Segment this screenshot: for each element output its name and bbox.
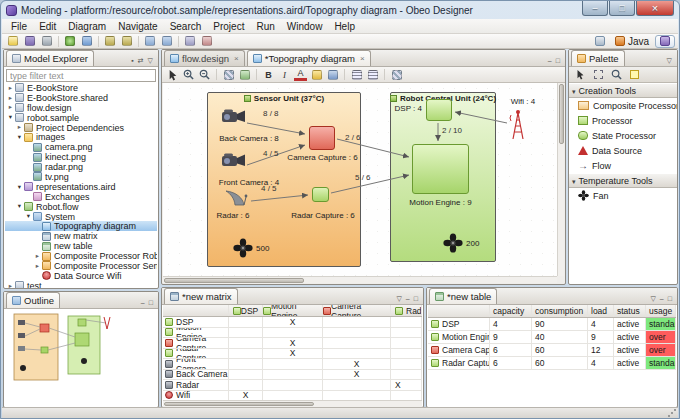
table-cell[interactable]: 4: [588, 318, 614, 330]
tab-model-explorer[interactable]: Model Explorer: [6, 50, 94, 66]
matrix-cell[interactable]: [323, 328, 391, 338]
tree-item[interactable]: representations.aird: [5, 182, 157, 192]
wifi-antenna-node[interactable]: [509, 109, 527, 145]
table-cell-usage[interactable]: over: [646, 331, 676, 343]
back-camera-node[interactable]: [221, 107, 247, 129]
expander-icon[interactable]: [33, 263, 42, 270]
maximize-view-icon[interactable]: [149, 299, 153, 306]
minimize-view-icon[interactable]: [141, 299, 145, 306]
tree-item[interactable]: test: [5, 281, 157, 288]
matrix-cell[interactable]: X: [229, 391, 263, 401]
palette-drawer-temperature-tools[interactable]: Temperature Tools: [569, 173, 677, 188]
menu-diagram[interactable]: Diagram: [62, 21, 112, 32]
matrix-cell[interactable]: [229, 328, 263, 338]
editor-horizontal-scrollbar[interactable]: [163, 276, 557, 283]
table-row-header[interactable]: Camera Capture: [428, 344, 490, 356]
expander-icon[interactable]: [24, 213, 33, 220]
export-image-icon[interactable]: [238, 68, 251, 81]
table-cell[interactable]: 40: [532, 331, 588, 343]
matrix-cell[interactable]: [323, 338, 391, 348]
matrix-cell[interactable]: X: [323, 359, 391, 369]
outline-thumbnail[interactable]: [4, 309, 158, 408]
sensor-unit-fan[interactable]: [233, 238, 253, 262]
close-tab-icon[interactable]: [360, 54, 365, 63]
expander-icon[interactable]: [6, 114, 15, 121]
matrix-cell[interactable]: [229, 370, 263, 380]
tab-topography-diagram[interactable]: *Topography diagram: [247, 50, 371, 66]
search-icon[interactable]: [182, 35, 198, 48]
matrix-horizontal-scrollbar[interactable]: [163, 400, 422, 407]
font-color-button[interactable]: [294, 69, 307, 81]
filter-input[interactable]: [6, 69, 156, 82]
menu-search[interactable]: Search: [164, 21, 208, 32]
matrix-cell[interactable]: X: [263, 349, 323, 359]
tab-palette[interactable]: Palette: [571, 50, 625, 66]
table-cell-usage[interactable]: over: [646, 344, 676, 356]
redo-icon[interactable]: [119, 35, 135, 48]
new-wizard-icon[interactable]: [5, 35, 21, 48]
column-header-usage[interactable]: usage: [646, 305, 676, 317]
view-menu-icon[interactable]: [148, 57, 153, 64]
minimize-view-icon[interactable]: [660, 295, 664, 302]
undo-icon[interactable]: [102, 35, 118, 48]
table-cell[interactable]: active: [614, 357, 646, 369]
tree-item[interactable]: E-BookStore.shared: [5, 93, 157, 103]
table-cell-usage[interactable]: standard: [646, 357, 676, 369]
scrollbar-thumb[interactable]: [164, 278, 304, 283]
matrix-cell[interactable]: [263, 370, 323, 380]
matrix-cell[interactable]: [391, 391, 422, 401]
tree-item[interactable]: Composite Processor Sensor Unit: [5, 261, 157, 271]
tab-new-table[interactable]: *new table: [429, 288, 497, 304]
tree-item[interactable]: flow.design: [5, 103, 157, 113]
table-row-header[interactable]: Radar Capture: [428, 357, 490, 369]
tree-item[interactable]: Composite Processor Robot Central Unit: [5, 251, 157, 261]
menu-project[interactable]: Project: [207, 21, 250, 32]
matrix-cell[interactable]: [263, 380, 323, 390]
arrange-all-icon[interactable]: [390, 68, 403, 81]
matrix-cell[interactable]: [229, 359, 263, 369]
minimize-view-icon[interactable]: [406, 295, 410, 302]
matrix-column-header[interactable]: Radar: [391, 305, 422, 316]
collapse-all-icon[interactable]: [131, 57, 133, 64]
matrix-row-header[interactable]: Wifi: [163, 391, 229, 401]
view-menu-icon[interactable]: [650, 295, 655, 302]
tree-item[interactable]: images: [5, 132, 157, 142]
tree-item[interactable]: Data Source Wifi: [5, 271, 157, 281]
table-cell-usage[interactable]: standard: [646, 318, 676, 330]
print-icon[interactable]: [39, 35, 55, 48]
view-menu-icon[interactable]: [396, 295, 401, 302]
robot-unit-fan[interactable]: [443, 233, 463, 257]
italic-button[interactable]: [278, 68, 291, 81]
fill-color-button[interactable]: [310, 68, 323, 81]
table-cell[interactable]: 60: [532, 344, 588, 356]
palette-item-composite-processor[interactable]: Composite Processor: [569, 98, 677, 113]
matrix-column-header[interactable]: Camera Capture: [323, 305, 391, 316]
select-tool-icon[interactable]: [166, 68, 179, 81]
expander-icon[interactable]: [15, 134, 24, 141]
matrix-cell[interactable]: [391, 317, 422, 327]
front-camera-node[interactable]: [221, 151, 247, 173]
table-cell[interactable]: 9: [588, 331, 614, 343]
menu-help[interactable]: Help: [328, 21, 361, 32]
menu-run[interactable]: Run: [250, 21, 280, 32]
matrix-column-header[interactable]: DSP: [229, 305, 263, 316]
table-cell[interactable]: 4: [588, 357, 614, 369]
matrix-cell[interactable]: [391, 349, 422, 359]
scrollbar-thumb[interactable]: [559, 84, 564, 144]
matrix-row-header[interactable]: Camera Capture: [163, 338, 229, 348]
table-cell[interactable]: 60: [532, 357, 588, 369]
tree-item[interactable]: camera.png: [5, 142, 157, 152]
dsp-node[interactable]: [426, 99, 452, 121]
back-icon[interactable]: [142, 35, 158, 48]
matrix-cell[interactable]: X: [263, 317, 323, 327]
expander-icon[interactable]: [15, 184, 24, 191]
tab-flow-design[interactable]: flow.design: [164, 50, 245, 66]
matrix-cell[interactable]: [263, 359, 323, 369]
palette-item-fan[interactable]: Fan: [569, 188, 677, 203]
palette-drawer-creation-tools[interactable]: Creation Tools: [569, 83, 677, 98]
maximize-button[interactable]: [609, 1, 635, 16]
camera-capture-node[interactable]: [309, 126, 335, 150]
java-perspective-button[interactable]: Java: [611, 35, 653, 48]
zoom-in-icon[interactable]: [182, 68, 195, 81]
resize-grip[interactable]: [667, 408, 676, 417]
